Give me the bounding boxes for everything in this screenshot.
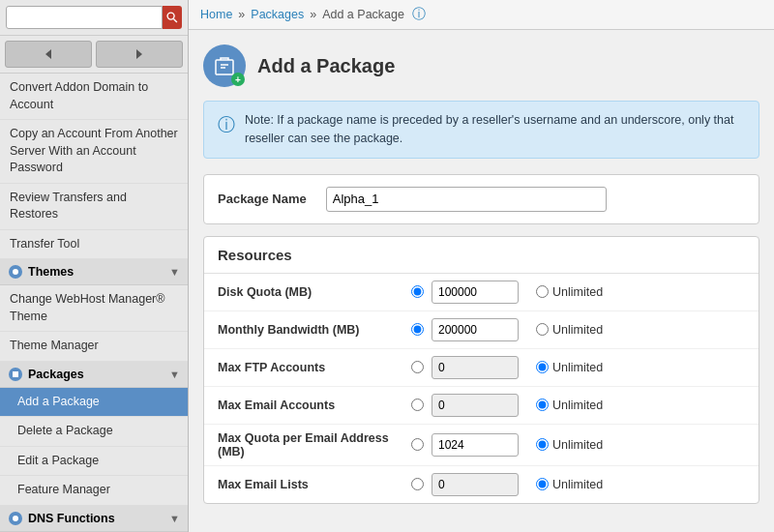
email-unlimited-label: Unlimited [552,399,603,412]
main-content: Home » Packages » Add a Package ⓘ + Add … [189,0,774,532]
ftp-radio-value[interactable] [411,361,424,373]
ftp-unlimited-label: Unlimited [552,361,603,374]
dns-section-label: DNS Functions [28,512,115,525]
ftp-inputs: Unlimited [411,356,603,379]
bandwidth-radio-value[interactable] [411,323,424,336]
resources-title: Resources [204,237,759,274]
disk-quota-unlimited-group: Unlimited [536,285,603,299]
package-name-label: Package Name [218,192,307,206]
email-lists-label: Max Email Lists [218,478,411,491]
email-quota-unlimited-group: Unlimited [536,438,603,452]
sidebar-item-transfer-tool[interactable]: Transfer Tool [0,230,188,260]
breadcrumb-sep2: » [310,8,316,21]
themes-chevron: ▼ [169,266,180,278]
svg-rect-7 [13,371,18,377]
nav-prev-button[interactable] [5,41,92,68]
bandwidth-unlimited-label: Unlimited [552,323,603,337]
resource-row-ftp: Max FTP Accounts Unlimited [204,349,759,387]
bandwidth-value-input[interactable] [432,318,519,341]
sidebar-section-themes[interactable]: Themes ▼ [0,259,188,285]
package-name-input[interactable] [326,187,607,212]
sidebar-item-convert-addon[interactable]: Convert Addon Domain to Account [0,74,188,120]
sidebar-item-theme-manager[interactable]: Theme Manager [0,332,188,362]
sidebar: Convert Addon Domain to Account Copy an … [0,0,189,532]
email-lists-unlimited-group: Unlimited [536,478,603,491]
email-lists-value-input[interactable] [432,473,519,496]
email-quota-radio-unlimited[interactable] [536,438,549,451]
resources-panel: Resources Disk Quota (MB) Unlimited Mont… [203,236,759,504]
email-lists-unlimited-label: Unlimited [552,478,603,491]
email-lists-radio-unlimited[interactable] [536,478,549,490]
sidebar-item-copy-account[interactable]: Copy an Account From Another Server With… [0,120,188,184]
email-label: Max Email Accounts [218,399,411,412]
sidebar-item-edit-package[interactable]: Edit a Package [0,447,188,477]
bandwidth-radio-unlimited[interactable] [536,323,549,336]
sidebar-nav-buttons [0,36,188,74]
breadcrumb-sep1: » [238,8,245,21]
sidebar-section-packages[interactable]: Packages ▼ [0,362,188,388]
help-icon[interactable]: ⓘ [412,6,426,23]
resource-row-email: Max Email Accounts Unlimited [204,387,759,425]
bandwidth-label: Monthly Bandwidth (MB) [218,323,411,337]
ftp-radio-unlimited[interactable] [536,361,549,373]
search-input[interactable] [6,6,163,29]
info-box: ⓘ Note: If a package name is preceded by… [203,101,759,159]
disk-quota-radio-value[interactable] [411,285,424,298]
email-quota-label: Max Quota per Email Address (MB) [218,431,411,458]
svg-marker-3 [136,49,142,59]
disk-quota-inputs: Unlimited [411,281,603,304]
svg-point-9 [13,516,18,521]
resource-row-email-lists: Max Email Lists Unlimited [204,466,759,503]
email-radio-value[interactable] [411,399,424,411]
sidebar-item-review-transfers[interactable]: Review Transfers and Restores [0,184,188,230]
content-area: + Add a Package ⓘ Note: If a package nam… [189,30,774,532]
breadcrumb-home[interactable]: Home [200,8,232,21]
packages-chevron: ▼ [169,369,180,380]
svg-marker-2 [45,49,51,59]
email-lists-radio-value[interactable] [411,478,424,490]
email-quota-inputs: Unlimited [411,433,603,457]
info-text: Note: If a package name is preceded by a… [245,111,745,148]
disk-quota-unlimited-label: Unlimited [552,285,603,299]
breadcrumb-current: Add a Package [322,8,404,21]
search-button[interactable] [163,6,182,29]
page-title: Add a Package [257,55,395,77]
bandwidth-inputs: Unlimited [411,318,603,341]
page-header: + Add a Package [203,44,759,87]
ftp-unlimited-group: Unlimited [536,361,603,374]
email-radio-unlimited[interactable] [536,399,549,411]
disk-quota-label: Disk Quota (MB) [218,285,411,299]
resource-row-bandwidth: Monthly Bandwidth (MB) Unlimited [204,311,759,349]
email-lists-inputs: Unlimited [411,473,603,496]
topbar: Home » Packages » Add a Package ⓘ [189,0,774,30]
email-value-input[interactable] [432,394,519,417]
email-quota-value-input[interactable] [432,433,519,457]
ftp-value-input[interactable] [432,356,519,379]
resource-row-email-quota: Max Quota per Email Address (MB) Unlimit… [204,425,759,466]
disk-quota-value-input[interactable] [432,281,519,304]
dns-chevron: ▼ [169,513,180,524]
email-quota-radio-value[interactable] [411,438,424,451]
svg-point-5 [13,269,18,275]
nav-next-button[interactable] [96,41,183,68]
bandwidth-unlimited-group: Unlimited [536,323,603,337]
info-icon: ⓘ [218,112,235,138]
svg-line-1 [173,18,177,22]
package-name-row: Package Name [203,174,759,224]
email-inputs: Unlimited [411,394,603,417]
breadcrumb-packages[interactable]: Packages [251,8,304,21]
sidebar-list: Convert Addon Domain to Account Copy an … [0,74,188,532]
packages-section-label: Packages [28,368,84,381]
page-icon: + [203,44,246,87]
resource-row-disk-quota: Disk Quota (MB) Unlimited [204,274,759,311]
sidebar-item-add-package[interactable]: Add a Package [0,388,188,418]
svg-point-0 [167,13,174,19]
sidebar-item-feature-manager[interactable]: Feature Manager [0,476,188,506]
ftp-label: Max FTP Accounts [218,361,411,374]
disk-quota-radio-unlimited[interactable] [536,285,549,298]
themes-section-label: Themes [28,265,74,279]
sidebar-section-dns[interactable]: DNS Functions ▼ [0,506,188,532]
email-unlimited-group: Unlimited [536,399,603,412]
sidebar-item-delete-package[interactable]: Delete a Package [0,417,188,447]
sidebar-item-change-webhost[interactable]: Change WebHost Manager® Theme [0,285,188,332]
